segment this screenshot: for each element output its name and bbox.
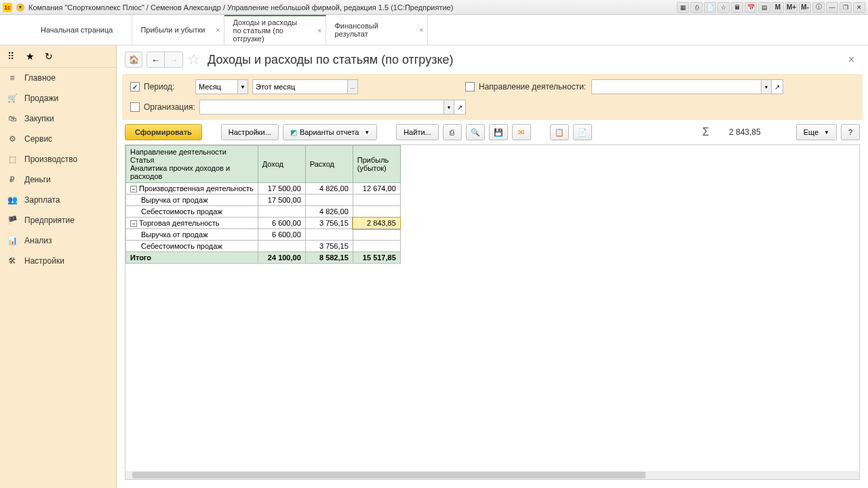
sidebar-item-analysis[interactable]: 📊Анализ xyxy=(0,230,116,251)
sidebar-item-label: Главное xyxy=(24,73,56,83)
org-open-button[interactable]: ↗ xyxy=(454,100,466,115)
tb-m-icon[interactable]: M xyxy=(772,2,784,13)
filter-bar: Период: Месяц ▼ Этот месяц ... Направлен… xyxy=(122,74,863,120)
sidebar-item-label: Деньги xyxy=(24,175,51,184)
tb-calc-icon[interactable]: 🖩 xyxy=(731,2,743,13)
child-row[interactable]: Выручка от продаж6 600,00 xyxy=(126,229,401,241)
activity-input[interactable] xyxy=(591,79,761,94)
tb-info-icon[interactable]: ⓘ xyxy=(812,2,825,13)
purchases-icon: 🛍 xyxy=(7,113,18,124)
period-type-input[interactable]: Месяц xyxy=(195,79,237,94)
tab-financial-result[interactable]: Финансовый результат × xyxy=(326,15,428,45)
window-maximize-icon[interactable]: ❐ xyxy=(840,2,852,13)
sidebar-item-enterprise[interactable]: 🏴Предприятие xyxy=(0,210,116,230)
sidebar-item-label: Настройки xyxy=(24,256,64,266)
sidebar-item-service[interactable]: ⚙Сервис xyxy=(0,129,116,149)
tabbar: Начальная страница Прибыли и убытки × До… xyxy=(0,15,868,45)
tb-print-icon[interactable]: ⎙ xyxy=(690,2,703,13)
sales-icon: 🛒 xyxy=(7,93,18,104)
sum-icon: Σ xyxy=(703,126,709,138)
report-toolbar: Сформировать Настройки... ◩Варианты отче… xyxy=(117,120,868,144)
sidebar-history-icon[interactable]: ↻ xyxy=(42,49,56,63)
tb-link-icon[interactable]: ☆ xyxy=(717,2,730,13)
settings-button[interactable]: Настройки... xyxy=(221,124,279,140)
sidebar-top: ⠿ ★ ↻ xyxy=(0,45,116,68)
activity-open-button[interactable]: ↗ xyxy=(771,79,783,94)
sidebar-item-label: Закупки xyxy=(24,114,54,123)
find-button[interactable]: Найти... xyxy=(396,124,439,140)
tb-mplus-icon[interactable]: M+ xyxy=(785,2,797,13)
print-button[interactable]: ⎙ xyxy=(443,124,462,140)
sidebar-item-sales[interactable]: 🛒Продажи xyxy=(0,88,116,108)
help-button[interactable]: ? xyxy=(841,124,860,140)
window-close-icon[interactable]: ✕ xyxy=(853,2,865,13)
tab-income-expense[interactable]: Доходы и расходы по статьям (по отгрузке… xyxy=(224,15,326,45)
home-button[interactable]: 🏠 xyxy=(125,52,142,68)
tab-profit-loss[interactable]: Прибыли и убытки × xyxy=(132,15,224,45)
child-row[interactable]: Себестоимость продаж4 826,00 xyxy=(126,206,401,218)
activity-checkbox[interactable] xyxy=(465,82,475,92)
settings-icon: 🛠 xyxy=(7,256,18,266)
copy-button[interactable]: 📋 xyxy=(550,124,569,140)
titlebar-actions: ▦ ⎙ 📄 ☆ 🖩 📅 ▤ M M+ M- ⓘ — ❐ ✕ xyxy=(677,2,865,13)
org-dropdown[interactable]: ▾ xyxy=(443,100,454,115)
save-button[interactable]: 💾 xyxy=(489,124,508,140)
col-activity: Направление деятельности xyxy=(130,148,254,156)
period-value-pick[interactable]: ... xyxy=(347,79,358,94)
more-button[interactable]: Еще▼ xyxy=(796,124,837,140)
org-checkbox[interactable] xyxy=(130,102,140,112)
sidebar-star-icon[interactable]: ★ xyxy=(23,49,37,63)
window-minimize-icon[interactable]: — xyxy=(826,2,838,13)
tb-copy-icon[interactable]: 📄 xyxy=(704,2,716,13)
col-profit: Прибыль (убыток) xyxy=(357,156,389,172)
period-type-dropdown[interactable]: ▼ xyxy=(237,79,248,94)
favorite-star-icon[interactable]: ☆ xyxy=(187,51,201,68)
group-row[interactable]: −Торговая деятельность6 600,003 756,152 … xyxy=(126,218,401,229)
tab-close-icon[interactable]: × xyxy=(216,26,220,34)
sidebar-item-label: Зарплата xyxy=(24,195,60,205)
report-table: Направление деятельности Статья Аналитик… xyxy=(125,145,401,264)
sidebar-item-main[interactable]: ≡Главное xyxy=(0,68,116,88)
nav-back-button[interactable]: ← xyxy=(147,52,165,67)
nav-forward-button[interactable]: → xyxy=(165,52,182,67)
group-row[interactable]: −Производственная деятельность17 500,004… xyxy=(126,183,401,195)
tb-calendar-icon[interactable]: 📅 xyxy=(745,2,757,13)
tab-label: Финансовый результат xyxy=(334,22,408,38)
page-close-icon[interactable]: × xyxy=(843,54,860,66)
generate-button[interactable]: Сформировать xyxy=(125,124,202,140)
sidebar-item-salary[interactable]: 👥Зарплата xyxy=(0,190,116,210)
org-input[interactable] xyxy=(199,100,443,115)
tree-toggle-icon[interactable]: − xyxy=(130,186,137,192)
home-icon: ≡ xyxy=(7,73,18,83)
total-row: Итого 24 100,00 8 582,15 15 517,85 xyxy=(126,252,401,264)
sidebar-item-settings[interactable]: 🛠Настройки xyxy=(0,251,116,271)
child-row[interactable]: Себестоимость продаж3 756,15 xyxy=(126,241,401,252)
sidebar-apps-icon[interactable]: ⠿ xyxy=(4,49,18,63)
enterprise-icon: 🏴 xyxy=(7,215,18,226)
tree-toggle-icon[interactable]: − xyxy=(130,220,137,227)
preview-button[interactable]: 🔍 xyxy=(466,124,485,140)
sidebar-item-production[interactable]: ⬚Производство xyxy=(0,149,116,169)
tb-screenshot-icon[interactable]: ▦ xyxy=(677,2,689,13)
tab-home[interactable]: Начальная страница xyxy=(33,15,132,45)
variants-button[interactable]: ◩Варианты отчета▼ xyxy=(283,124,377,140)
tb-mminus-icon[interactable]: M- xyxy=(799,2,811,13)
app-logo-icon: 1c xyxy=(3,3,12,12)
sidebar-item-purchases[interactable]: 🛍Закупки xyxy=(0,108,116,129)
period-checkbox[interactable] xyxy=(130,82,140,92)
sidebar: ⠿ ★ ↻ ≡Главное 🛒Продажи 🛍Закупки ⚙Сервис… xyxy=(0,45,117,488)
sidebar-item-money[interactable]: ₽Деньги xyxy=(0,169,116,190)
salary-icon: 👥 xyxy=(7,195,18,205)
tb-grid-icon[interactable]: ▤ xyxy=(758,2,770,13)
tab-close-icon[interactable]: × xyxy=(419,26,423,34)
tab-close-icon[interactable]: × xyxy=(317,26,321,35)
tab-label: Доходы и расходы по статьям (по отгрузке… xyxy=(233,18,307,43)
email-button[interactable]: ✉ xyxy=(512,124,531,140)
period-value-input[interactable]: Этот месяц xyxy=(252,79,347,94)
app-menu-dropdown[interactable]: ▾ xyxy=(16,3,24,12)
child-row[interactable]: Выручка от продаж17 500,00 xyxy=(126,195,401,206)
activity-dropdown[interactable]: ▾ xyxy=(761,79,772,94)
horizontal-scrollbar[interactable] xyxy=(125,471,859,479)
paste-button[interactable]: 📄 xyxy=(573,124,592,140)
sidebar-item-label: Продажи xyxy=(24,94,58,103)
